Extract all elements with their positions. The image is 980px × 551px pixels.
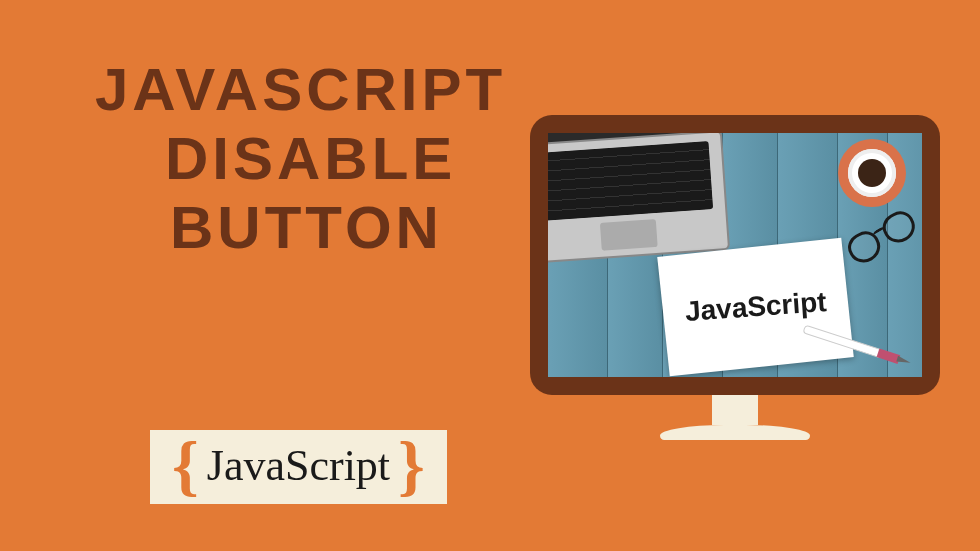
open-brace-icon: { xyxy=(172,438,199,492)
coffee-cup-icon xyxy=(838,139,906,207)
monitor-stand xyxy=(660,425,810,440)
close-brace-icon: } xyxy=(398,438,425,492)
main-title: JAVASCRIPT DISABLE BUTTON xyxy=(95,55,595,262)
paper-text: JavaScript xyxy=(684,286,828,328)
javascript-badge: { JavaScript } xyxy=(150,430,447,504)
monitor-neck xyxy=(712,395,758,425)
title-line-1: JAVASCRIPT xyxy=(95,55,595,124)
laptop-icon xyxy=(548,133,731,272)
monitor-screen: JavaScript xyxy=(548,133,922,377)
monitor-frame: JavaScript xyxy=(530,115,940,395)
paper-note: JavaScript xyxy=(657,238,854,377)
monitor-illustration: JavaScript xyxy=(530,115,940,440)
badge-text: JavaScript xyxy=(207,440,390,491)
